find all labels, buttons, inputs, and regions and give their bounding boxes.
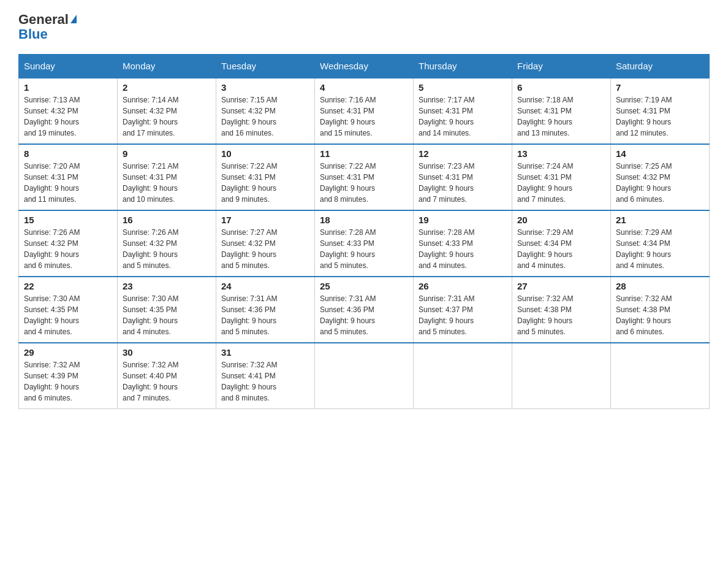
day-number: 14 (616, 148, 704, 159)
day-number: 5 (419, 82, 507, 93)
day-info: Sunrise: 7:30 AMSunset: 4:35 PMDaylight:… (24, 293, 112, 337)
calendar-cell: 20Sunrise: 7:29 AMSunset: 4:34 PMDayligh… (512, 210, 611, 277)
day-number: 12 (419, 148, 507, 159)
day-info: Sunrise: 7:16 AMSunset: 4:31 PMDaylight:… (320, 94, 408, 139)
calendar-cell: 28Sunrise: 7:32 AMSunset: 4:38 PMDayligh… (611, 277, 710, 343)
calendar-cell: 11Sunrise: 7:22 AMSunset: 4:31 PMDayligh… (315, 144, 414, 210)
calendar-cell: 4Sunrise: 7:16 AMSunset: 4:31 PMDaylight… (315, 78, 414, 144)
calendar-cell: 25Sunrise: 7:31 AMSunset: 4:36 PMDayligh… (315, 277, 414, 343)
calendar-cell: 14Sunrise: 7:25 AMSunset: 4:32 PMDayligh… (611, 144, 710, 210)
day-info: Sunrise: 7:22 AMSunset: 4:31 PMDaylight:… (320, 161, 408, 205)
day-number: 13 (517, 148, 605, 159)
page-header: General Blue (18, 12, 710, 42)
calendar-cell: 17Sunrise: 7:27 AMSunset: 4:32 PMDayligh… (216, 210, 315, 277)
day-number: 9 (123, 148, 211, 159)
day-number: 17 (221, 215, 309, 225)
calendar-cell: 29Sunrise: 7:32 AMSunset: 4:39 PMDayligh… (19, 343, 118, 409)
day-number: 16 (123, 215, 211, 225)
day-number: 20 (517, 215, 605, 225)
day-info: Sunrise: 7:13 AMSunset: 4:32 PMDaylight:… (24, 94, 112, 139)
calendar-cell: 13Sunrise: 7:24 AMSunset: 4:31 PMDayligh… (512, 144, 611, 210)
calendar-cell (414, 343, 512, 409)
day-info: Sunrise: 7:32 AMSunset: 4:41 PMDaylight:… (221, 359, 309, 404)
day-number: 18 (320, 215, 408, 225)
header-saturday: Saturday (611, 55, 710, 79)
day-info: Sunrise: 7:19 AMSunset: 4:31 PMDaylight:… (616, 94, 704, 139)
day-number: 31 (221, 347, 309, 358)
calendar-cell: 12Sunrise: 7:23 AMSunset: 4:31 PMDayligh… (414, 144, 512, 210)
week-row-2: 8Sunrise: 7:20 AMSunset: 4:31 PMDaylight… (19, 144, 710, 210)
header-tuesday: Tuesday (216, 55, 315, 79)
day-number: 8 (24, 148, 112, 159)
day-number: 4 (320, 82, 408, 93)
day-number: 21 (616, 215, 704, 225)
calendar-cell: 18Sunrise: 7:28 AMSunset: 4:33 PMDayligh… (315, 210, 414, 277)
week-row-4: 22Sunrise: 7:30 AMSunset: 4:35 PMDayligh… (19, 277, 710, 343)
calendar-cell: 19Sunrise: 7:28 AMSunset: 4:33 PMDayligh… (414, 210, 512, 277)
day-number: 19 (419, 215, 507, 225)
calendar-cell: 6Sunrise: 7:18 AMSunset: 4:31 PMDaylight… (512, 78, 611, 144)
calendar-cell: 16Sunrise: 7:26 AMSunset: 4:32 PMDayligh… (118, 210, 216, 277)
day-number: 24 (221, 281, 309, 291)
day-info: Sunrise: 7:31 AMSunset: 4:36 PMDaylight:… (320, 293, 408, 337)
calendar-cell: 27Sunrise: 7:32 AMSunset: 4:38 PMDayligh… (512, 277, 611, 343)
day-number: 1 (24, 82, 112, 93)
day-number: 15 (24, 215, 112, 225)
day-info: Sunrise: 7:26 AMSunset: 4:32 PMDaylight:… (24, 227, 112, 271)
calendar-cell: 26Sunrise: 7:31 AMSunset: 4:37 PMDayligh… (414, 277, 512, 343)
header-thursday: Thursday (414, 55, 512, 79)
logo-blue-text: Blue (18, 27, 77, 42)
day-info: Sunrise: 7:14 AMSunset: 4:32 PMDaylight:… (123, 94, 211, 139)
day-number: 25 (320, 281, 408, 291)
calendar-cell: 21Sunrise: 7:29 AMSunset: 4:34 PMDayligh… (611, 210, 710, 277)
day-info: Sunrise: 7:18 AMSunset: 4:31 PMDaylight:… (517, 94, 605, 139)
day-number: 29 (24, 347, 112, 358)
day-number: 30 (123, 347, 211, 358)
day-info: Sunrise: 7:28 AMSunset: 4:33 PMDaylight:… (419, 227, 507, 271)
calendar-cell: 22Sunrise: 7:30 AMSunset: 4:35 PMDayligh… (19, 277, 118, 343)
calendar-cell: 15Sunrise: 7:26 AMSunset: 4:32 PMDayligh… (19, 210, 118, 277)
day-info: Sunrise: 7:15 AMSunset: 4:32 PMDaylight:… (221, 94, 309, 139)
day-info: Sunrise: 7:17 AMSunset: 4:31 PMDaylight:… (419, 94, 507, 139)
day-info: Sunrise: 7:32 AMSunset: 4:38 PMDaylight:… (616, 293, 704, 337)
day-number: 27 (517, 281, 605, 291)
calendar-cell: 30Sunrise: 7:32 AMSunset: 4:40 PMDayligh… (118, 343, 216, 409)
day-info: Sunrise: 7:31 AMSunset: 4:37 PMDaylight:… (419, 293, 507, 337)
calendar-cell: 1Sunrise: 7:13 AMSunset: 4:32 PMDaylight… (19, 78, 118, 144)
day-info: Sunrise: 7:27 AMSunset: 4:32 PMDaylight:… (221, 227, 309, 271)
calendar-cell: 9Sunrise: 7:21 AMSunset: 4:31 PMDaylight… (118, 144, 216, 210)
calendar-cell: 24Sunrise: 7:31 AMSunset: 4:36 PMDayligh… (216, 277, 315, 343)
calendar-cell: 8Sunrise: 7:20 AMSunset: 4:31 PMDaylight… (19, 144, 118, 210)
day-number: 11 (320, 148, 408, 159)
day-info: Sunrise: 7:32 AMSunset: 4:38 PMDaylight:… (517, 293, 605, 337)
day-info: Sunrise: 7:22 AMSunset: 4:31 PMDaylight:… (221, 161, 309, 205)
weekday-header-row: SundayMondayTuesdayWednesdayThursdayFrid… (19, 55, 710, 79)
day-number: 3 (221, 82, 309, 93)
calendar-cell: 10Sunrise: 7:22 AMSunset: 4:31 PMDayligh… (216, 144, 315, 210)
day-number: 7 (616, 82, 704, 93)
day-number: 10 (221, 148, 309, 159)
day-info: Sunrise: 7:25 AMSunset: 4:32 PMDaylight:… (616, 161, 704, 205)
calendar-cell: 3Sunrise: 7:15 AMSunset: 4:32 PMDaylight… (216, 78, 315, 144)
calendar-table: SundayMondayTuesdayWednesdayThursdayFrid… (18, 54, 710, 409)
day-info: Sunrise: 7:32 AMSunset: 4:40 PMDaylight:… (123, 359, 211, 404)
day-number: 28 (616, 281, 704, 291)
day-info: Sunrise: 7:32 AMSunset: 4:39 PMDaylight:… (24, 359, 112, 404)
day-info: Sunrise: 7:29 AMSunset: 4:34 PMDaylight:… (616, 227, 704, 271)
week-row-3: 15Sunrise: 7:26 AMSunset: 4:32 PMDayligh… (19, 210, 710, 277)
week-row-5: 29Sunrise: 7:32 AMSunset: 4:39 PMDayligh… (19, 343, 710, 409)
calendar-cell: 7Sunrise: 7:19 AMSunset: 4:31 PMDaylight… (611, 78, 710, 144)
calendar-cell (611, 343, 710, 409)
day-info: Sunrise: 7:20 AMSunset: 4:31 PMDaylight:… (24, 161, 112, 205)
day-number: 22 (24, 281, 112, 291)
day-info: Sunrise: 7:24 AMSunset: 4:31 PMDaylight:… (517, 161, 605, 205)
day-info: Sunrise: 7:26 AMSunset: 4:32 PMDaylight:… (123, 227, 211, 271)
day-info: Sunrise: 7:29 AMSunset: 4:34 PMDaylight:… (517, 227, 605, 271)
day-info: Sunrise: 7:31 AMSunset: 4:36 PMDaylight:… (221, 293, 309, 337)
day-info: Sunrise: 7:23 AMSunset: 4:31 PMDaylight:… (419, 161, 507, 205)
calendar-cell: 5Sunrise: 7:17 AMSunset: 4:31 PMDaylight… (414, 78, 512, 144)
day-number: 6 (517, 82, 605, 93)
day-info: Sunrise: 7:28 AMSunset: 4:33 PMDaylight:… (320, 227, 408, 271)
day-info: Sunrise: 7:30 AMSunset: 4:35 PMDaylight:… (123, 293, 211, 337)
calendar-cell: 31Sunrise: 7:32 AMSunset: 4:41 PMDayligh… (216, 343, 315, 409)
